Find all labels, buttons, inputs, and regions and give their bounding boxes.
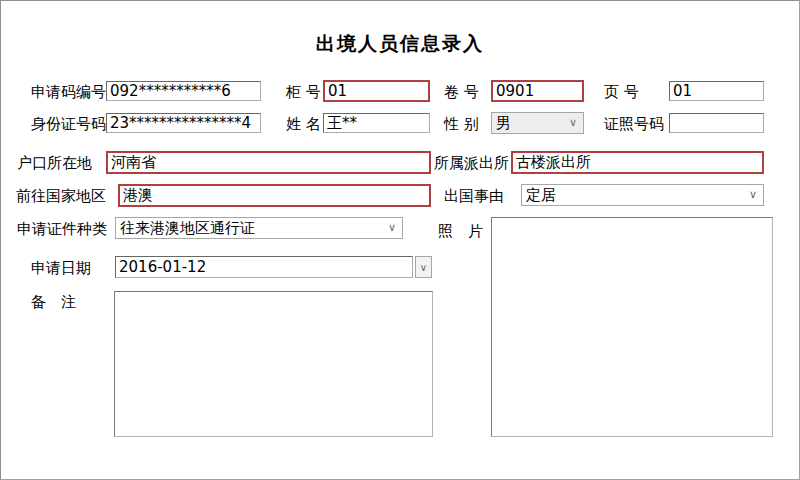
destination-label: 前往国家地区 <box>16 187 106 205</box>
chevron-down-icon: ∨ <box>388 222 396 233</box>
counter-no-label: 柜 号 <box>286 83 321 101</box>
passport-no-input[interactable] <box>669 113 764 133</box>
exit-reason-select[interactable]: 定居 ∨ <box>521 184 764 206</box>
photo-box <box>491 217 773 437</box>
page-no-input[interactable] <box>669 81 764 101</box>
exit-reason-label: 出国事由 <box>444 187 504 205</box>
id-number-input[interactable] <box>106 113 261 133</box>
page-no-label: 页 号 <box>604 83 639 101</box>
household-location-label: 户口所在地 <box>17 154 92 172</box>
application-code-input[interactable] <box>106 81 261 101</box>
gender-selected-value: 男 <box>496 114 511 133</box>
chevron-down-icon: ∨ <box>749 189 757 200</box>
photo-label: 照 片 <box>438 222 483 240</box>
police-station-input[interactable] <box>511 151 764 174</box>
gender-select[interactable]: 男 ∨ <box>491 112 584 134</box>
certificate-type-label: 申请证件种类 <box>17 220 107 238</box>
remarks-label: 备 注 <box>31 293 76 311</box>
certificate-type-select[interactable]: 往来港澳地区通行证 ∨ <box>115 217 403 239</box>
volume-no-label: 卷 号 <box>444 83 479 101</box>
destination-input[interactable] <box>118 184 431 207</box>
name-label: 姓 名 <box>286 115 321 133</box>
name-input[interactable] <box>323 113 430 133</box>
gender-label: 性 别 <box>444 115 479 133</box>
id-number-label: 身份证号码 <box>31 115 106 133</box>
page-title: 出境人员信息录入 <box>1 31 799 57</box>
chevron-down-icon: ∨ <box>569 117 577 128</box>
certificate-type-selected-value: 往来港澳地区通行证 <box>120 219 255 238</box>
application-date-label: 申请日期 <box>31 259 91 277</box>
remarks-textarea[interactable] <box>114 291 433 437</box>
passport-no-label: 证照号码 <box>604 115 664 133</box>
exit-personnel-entry-window: 出境人员信息录入 申请码编号 柜 号 卷 号 页 号 身份证号码 姓 名 性 别… <box>0 0 800 480</box>
counter-no-input[interactable] <box>323 80 430 102</box>
application-code-label: 申请码编号 <box>31 83 106 101</box>
date-picker-button[interactable]: ∨ <box>415 256 432 278</box>
police-station-label: 所属派出所 <box>434 154 509 172</box>
chevron-down-icon: ∨ <box>420 262 427 273</box>
volume-no-input[interactable] <box>491 80 584 102</box>
application-date-input[interactable] <box>115 256 413 278</box>
household-location-input[interactable] <box>106 151 431 174</box>
exit-reason-selected-value: 定居 <box>526 186 556 205</box>
